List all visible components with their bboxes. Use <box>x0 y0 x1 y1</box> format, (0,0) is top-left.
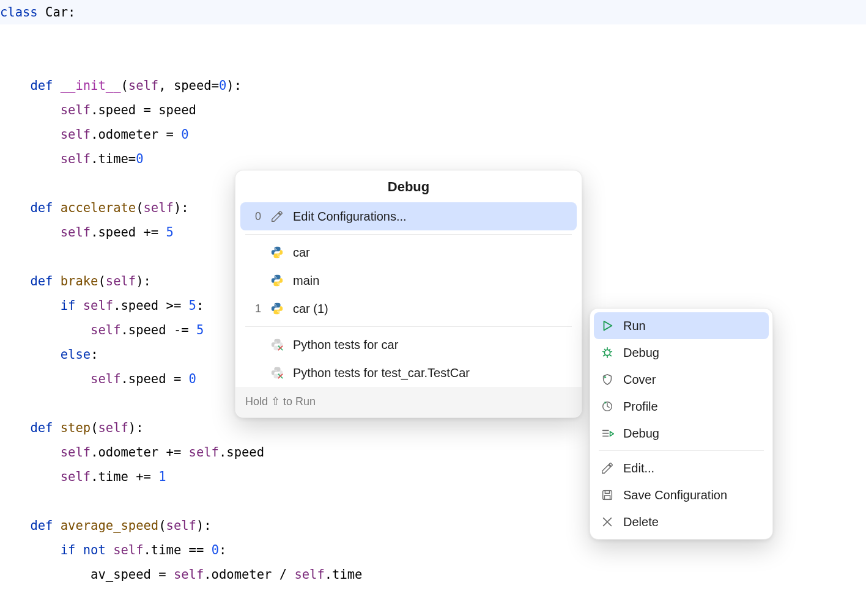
code-line[interactable]: class Car: <box>0 0 866 24</box>
save-icon <box>601 488 614 502</box>
menu-item-label: Debug <box>623 426 659 441</box>
debug-popup-items: 0Edit Configurations...carmain1car (1)Py… <box>235 202 582 387</box>
item-icon-slot <box>268 274 286 287</box>
svg-point-0 <box>275 248 276 249</box>
run-icon <box>601 319 614 332</box>
menu-item-profile[interactable]: Profile <box>594 393 769 420</box>
debug-popup-footer: Hold ⇧ to Run <box>235 387 582 417</box>
menu-item-label: Edit... <box>623 461 654 475</box>
pencil-icon <box>270 210 284 223</box>
menu-item-icon-slot <box>600 400 615 413</box>
code-line[interactable]: self.time=0 <box>0 147 866 171</box>
menu-item-label: Cover <box>623 372 656 387</box>
separator <box>245 326 572 327</box>
item-number: 0 <box>244 210 261 224</box>
menu-item-icon-slot <box>600 346 615 359</box>
pencil-icon <box>601 461 614 475</box>
item-icon-slot <box>268 302 286 315</box>
python-icon <box>270 274 284 287</box>
menu-item-icon-slot <box>600 461 615 475</box>
python-icon <box>270 302 284 315</box>
pytest-icon <box>270 338 284 351</box>
debug-config-item[interactable]: 0Edit Configurations... <box>240 202 577 230</box>
menu-item-label: Run <box>623 318 646 333</box>
svg-point-1 <box>278 256 279 257</box>
debug-config-item[interactable]: car <box>240 238 577 266</box>
item-label: car <box>293 245 571 260</box>
menu-item-icon-slot <box>600 373 615 386</box>
item-label: Edit Configurations... <box>293 209 571 224</box>
menu-item-label: Save Configuration <box>623 488 727 502</box>
item-label: car (1) <box>293 301 571 316</box>
run-context-menu: RunDebugCoverProfileDebugEdit...Save Con… <box>590 308 773 540</box>
separator <box>245 234 572 235</box>
menu-item-icon-slot <box>600 488 615 502</box>
item-icon-slot <box>268 210 286 223</box>
debug-config-item[interactable]: 1car (1) <box>240 295 577 323</box>
context-menu-items: RunDebugCoverProfileDebugEdit...Save Con… <box>590 309 772 539</box>
menu-item-label: Profile <box>623 399 658 414</box>
debug-alt-icon <box>601 427 614 440</box>
menu-item-icon-slot <box>600 515 615 529</box>
item-number: 1 <box>244 302 261 316</box>
separator <box>599 450 764 451</box>
menu-item-debug[interactable]: Debug <box>594 339 769 366</box>
item-label: main <box>293 273 571 288</box>
debug-config-item[interactable]: Python tests for car <box>240 331 577 359</box>
code-line[interactable] <box>0 49 866 73</box>
item-icon-slot <box>268 246 286 259</box>
menu-item-cover[interactable]: Cover <box>594 366 769 393</box>
debug-config-item[interactable]: main <box>240 266 577 295</box>
menu-item-icon-slot <box>600 427 615 440</box>
svg-rect-9 <box>605 491 609 494</box>
profile-icon <box>601 400 614 413</box>
code-line[interactable] <box>0 24 866 49</box>
item-icon-slot <box>268 338 286 351</box>
menu-item-run[interactable]: Run <box>594 312 769 339</box>
svg-point-5 <box>278 312 279 314</box>
svg-point-2 <box>275 276 276 277</box>
item-icon-slot <box>268 366 286 380</box>
code-line[interactable]: def __init__(self, speed=0): <box>0 73 866 98</box>
svg-point-4 <box>275 304 276 306</box>
svg-rect-10 <box>604 496 610 499</box>
menu-item-debug[interactable]: Debug <box>594 420 769 447</box>
code-line[interactable]: self.odometer = 0 <box>0 122 866 147</box>
item-label: Python tests for car <box>293 337 571 352</box>
cover-icon <box>601 373 614 386</box>
delete-icon <box>601 515 614 529</box>
menu-item-edit[interactable]: Edit... <box>594 455 769 482</box>
debug-chooser-popup: Debug 0Edit Configurations...carmain1car… <box>235 170 582 418</box>
code-line[interactable]: if not self.time == 0: <box>0 538 866 562</box>
debug-icon <box>601 346 614 359</box>
item-label: Python tests for test_car.TestCar <box>293 365 571 380</box>
menu-item-delete[interactable]: Delete <box>594 508 769 535</box>
debug-config-item[interactable]: Python tests for test_car.TestCar <box>240 359 577 387</box>
menu-item-label: Debug <box>623 345 659 360</box>
svg-point-3 <box>278 284 279 285</box>
debug-popup-title: Debug <box>235 170 582 202</box>
code-line[interactable]: av_speed = self.odometer / self.time <box>0 562 866 587</box>
code-line[interactable]: self.speed = speed <box>0 98 866 122</box>
menu-item-save-configuration[interactable]: Save Configuration <box>594 482 769 508</box>
menu-item-label: Delete <box>623 515 659 529</box>
menu-item-icon-slot <box>600 319 615 332</box>
pytest-icon <box>270 366 284 380</box>
python-icon <box>270 246 284 259</box>
